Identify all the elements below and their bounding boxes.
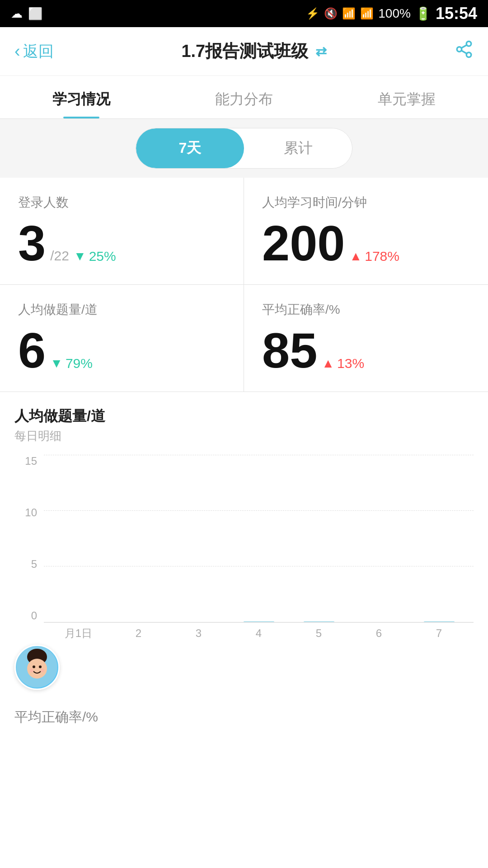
- chart-title: 人均做题量/道: [14, 406, 474, 426]
- x-label-6: 6: [349, 627, 409, 640]
- tab-learning[interactable]: 学习情况: [0, 76, 163, 118]
- tab-ability[interactable]: 能力分布: [163, 76, 325, 118]
- wifi-icon: 📶: [342, 7, 356, 20]
- tab-unit[interactable]: 单元掌握: [325, 76, 488, 118]
- stat-study-time-value: 200: [262, 218, 345, 268]
- stat-study-time-value-row: 200 ▲ 178%: [262, 218, 470, 268]
- bluetooth-icon: ⚡: [306, 7, 319, 20]
- y-label-15: 15: [25, 455, 37, 467]
- header-title-group: 1.7报告测试班级 ⇄: [181, 40, 327, 63]
- x-label-3: 3: [169, 627, 229, 640]
- period-toggle-group: 7天 累计: [136, 128, 352, 169]
- stat-login-sub: /22: [50, 248, 69, 264]
- battery-icon: 🔋: [415, 6, 431, 21]
- signal-icon: 📶: [360, 7, 374, 20]
- chart-x-axis: 月1日 2 3 4 5 6 7: [44, 622, 474, 645]
- stat-questions-label: 人均做题量/道: [18, 301, 225, 318]
- chart-plot-area: [44, 455, 474, 622]
- stat-questions: 人均做题量/道 6 ▼ 79%: [0, 285, 244, 392]
- stat-study-time: 人均学习时间/分钟 200 ▲ 178%: [244, 178, 488, 285]
- toggle-cumulative[interactable]: 累计: [244, 128, 352, 168]
- mute-icon: 🔇: [324, 7, 338, 20]
- toggle-7days[interactable]: 7天: [136, 128, 244, 168]
- bottom-section: [0, 645, 488, 699]
- weather-icon: ☁: [11, 7, 23, 21]
- stat-study-time-label: 人均学习时间/分钟: [262, 194, 470, 211]
- svg-point-10: [30, 669, 33, 672]
- y-label-10: 10: [25, 506, 37, 519]
- svg-point-8: [33, 665, 35, 668]
- x-label-5: 5: [289, 627, 349, 640]
- header: ‹ 返回 1.7报告测试班级 ⇄: [0, 27, 488, 76]
- up-arrow-icon-1: ▲: [350, 249, 362, 264]
- x-label-2: 2: [108, 627, 169, 640]
- x-label-7: 7: [409, 627, 469, 640]
- chart-section: 人均做题量/道 每日明细 15 10 5 0: [0, 392, 488, 645]
- back-button[interactable]: ‹ 返回: [14, 41, 54, 62]
- page-title: 1.7报告测试班级: [181, 40, 308, 63]
- down-arrow-icon-2: ▼: [50, 356, 63, 371]
- stat-questions-value-row: 6 ▼ 79%: [18, 326, 225, 375]
- stat-login-value-row: 3 /22 ▼ 25%: [18, 218, 225, 268]
- stat-accuracy-value: 85: [262, 326, 317, 375]
- svg-line-4: [461, 45, 467, 48]
- stats-grid: 登录人数 3 /22 ▼ 25% 人均学习时间/分钟 200 ▲ 178% 人均…: [0, 178, 488, 392]
- chart-y-axis: 15 10 5 0: [14, 455, 42, 622]
- status-icons: ☁ ⬜: [11, 7, 42, 21]
- status-right: ⚡ 🔇 📶 📶 100% 🔋 15:54: [306, 4, 477, 23]
- stat-study-time-change: ▲ 178%: [350, 249, 399, 264]
- status-bar: ☁ ⬜ ⚡ 🔇 📶 📶 100% 🔋 15:54: [0, 0, 488, 27]
- share-icon[interactable]: [455, 40, 474, 63]
- stat-accuracy: 平均正确率/% 85 ▲ 13%: [244, 285, 488, 392]
- stat-accuracy-value-row: 85 ▲ 13%: [262, 326, 470, 375]
- y-label-5: 5: [31, 558, 37, 571]
- x-label-1: 月1日: [48, 626, 108, 641]
- stat-accuracy-change: ▲ 13%: [322, 356, 364, 371]
- stat-questions-value: 6: [18, 326, 46, 375]
- image-icon: ⬜: [28, 7, 42, 21]
- stat-questions-change: ▼ 79%: [50, 356, 93, 371]
- chart-subtitle: 每日明细: [14, 428, 474, 444]
- svg-point-7: [27, 659, 47, 679]
- back-arrow-icon: ‹: [14, 42, 20, 61]
- back-label: 返回: [23, 41, 54, 62]
- y-label-0: 0: [31, 609, 37, 622]
- stat-login-value: 3: [18, 218, 46, 268]
- stat-login-label: 登录人数: [18, 194, 225, 211]
- period-toggle-section: 7天 累计: [0, 119, 488, 178]
- svg-point-11: [41, 669, 44, 672]
- svg-line-3: [461, 51, 467, 54]
- down-arrow-icon: ▼: [74, 249, 86, 264]
- status-time: 15:54: [436, 4, 477, 23]
- chart-area: 15 10 5 0: [14, 455, 474, 645]
- chart-bars-container: [44, 455, 474, 622]
- battery-label: 100%: [378, 6, 411, 21]
- tab-bar: 学习情况 能力分布 单元掌握: [0, 76, 488, 119]
- stat-accuracy-label: 平均正确率/%: [262, 301, 470, 318]
- x-label-4: 4: [229, 627, 289, 640]
- up-arrow-icon-2: ▲: [322, 356, 334, 371]
- stat-login-change: ▼ 25%: [74, 249, 116, 264]
- shuffle-icon[interactable]: ⇄: [315, 43, 327, 59]
- stat-login-count: 登录人数 3 /22 ▼ 25%: [0, 178, 244, 285]
- svg-point-9: [39, 665, 42, 668]
- avatar: [14, 645, 60, 690]
- bottom-chart-label: 平均正确率/%: [0, 699, 488, 726]
